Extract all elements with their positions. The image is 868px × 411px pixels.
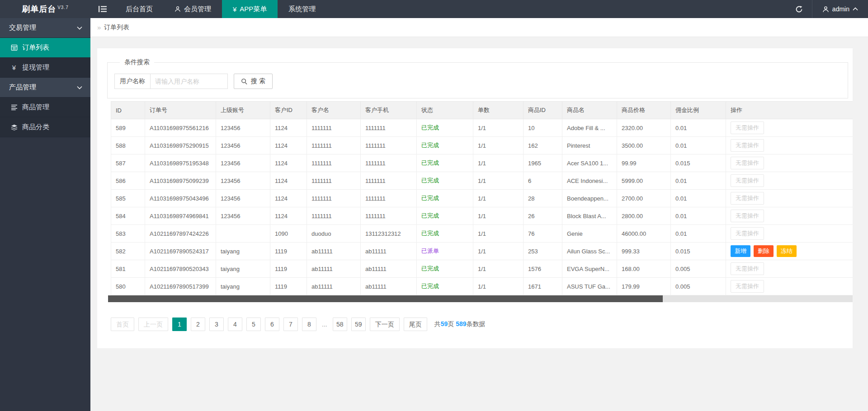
column-header: 客户手机 bbox=[361, 102, 417, 119]
table-row: 587A110316989751953481234561124111111111… bbox=[111, 154, 853, 172]
page-button-4[interactable]: 4 bbox=[228, 318, 242, 331]
pagination: 首页上一页12345678...5859下一页尾页共59页 589条数据 bbox=[111, 318, 853, 331]
nav-item-app-menu[interactable]: ¥APP菜单 bbox=[222, 0, 278, 18]
cell-count: 1/1 bbox=[473, 172, 524, 190]
app-title: 刷单后台 bbox=[22, 4, 56, 14]
page-button[interactable]: 尾页 bbox=[404, 318, 427, 331]
page-button-58[interactable]: 58 bbox=[333, 318, 347, 331]
nav-item-system[interactable]: 系统管理 bbox=[278, 0, 326, 18]
page-button-8[interactable]: 8 bbox=[302, 318, 316, 331]
cell-product-name: Pinterest bbox=[562, 137, 617, 154]
column-header: 商品ID bbox=[524, 102, 562, 119]
sidebar-item-goods[interactable]: 商品管理 bbox=[0, 98, 90, 117]
column-header: 上级账号 bbox=[216, 102, 270, 119]
no-action-button: 无需操作 bbox=[731, 280, 764, 293]
nav-item-members[interactable]: 会员管理 bbox=[164, 0, 222, 18]
cell-product-id: 162 bbox=[524, 137, 562, 154]
cell-customer-id: 1124 bbox=[270, 207, 307, 225]
sidebar-item-goods-category[interactable]: 商品分类 bbox=[0, 117, 90, 137]
horizontal-scrollbar[interactable] bbox=[108, 295, 853, 302]
cell-product-name: Genie bbox=[562, 225, 617, 243]
yen-icon: ¥ bbox=[233, 5, 236, 13]
cell-actions: 无需操作 bbox=[726, 207, 853, 225]
add-button[interactable]: 新增 bbox=[731, 245, 750, 257]
user-icon bbox=[175, 6, 181, 12]
page-button-7[interactable]: 7 bbox=[283, 318, 298, 331]
column-header: 操作 bbox=[726, 102, 853, 119]
freeze-button[interactable]: 冻结 bbox=[777, 245, 797, 257]
cell-id: 586 bbox=[111, 172, 145, 190]
chevron-down-icon bbox=[77, 26, 82, 30]
sidebar-item-order-list[interactable]: 订单列表 bbox=[0, 38, 90, 58]
cell-customer-name: 1111111 bbox=[307, 207, 361, 225]
top-nav: 后台首页会员管理¥APP菜单系统管理 bbox=[115, 0, 326, 18]
pagination-ellipsis: ... bbox=[321, 321, 329, 328]
content-area: 条件搜索 用户名称 搜 索 bbox=[90, 37, 868, 348]
cell-status: 已完成 bbox=[417, 154, 473, 172]
breadcrumb: » 订单列表 bbox=[90, 18, 868, 37]
cell-status: 已完成 bbox=[417, 207, 473, 225]
cell-product-name: Acer SA100 1... bbox=[562, 154, 617, 172]
menu-collapse-icon[interactable] bbox=[90, 0, 115, 18]
cell-commission: 0.01 bbox=[671, 119, 726, 137]
page-button-1[interactable]: 1 bbox=[172, 318, 187, 331]
status-badge: 已完成 bbox=[421, 212, 439, 219]
page-button[interactable]: 下一页 bbox=[370, 318, 400, 331]
username-input[interactable] bbox=[151, 74, 227, 89]
delete-button[interactable]: 删除 bbox=[754, 245, 774, 257]
table-row: 581A10211697890520343taiyang1119ab11111a… bbox=[111, 260, 853, 278]
sidebar-item-label: 商品分类 bbox=[22, 123, 49, 131]
cell-product-id: 1965 bbox=[524, 154, 562, 172]
search-button[interactable]: 搜 索 bbox=[234, 74, 273, 89]
user-menu[interactable]: admin bbox=[812, 0, 868, 18]
status-badge: 已完成 bbox=[421, 142, 439, 149]
cell-actions: 无需操作 bbox=[726, 154, 853, 172]
column-header: 商品价格 bbox=[617, 102, 671, 119]
app-version: V3.7 bbox=[57, 5, 69, 10]
cell-order-no: A10211697890524317 bbox=[145, 243, 216, 260]
cell-order-no: A11031698975561216 bbox=[145, 119, 216, 137]
sidebar-item-label: 商品管理 bbox=[22, 103, 49, 112]
cell-status: 已完成 bbox=[417, 225, 473, 243]
cell-customer-name: 1111111 bbox=[307, 137, 361, 154]
cell-phone: 1111111 bbox=[361, 172, 417, 190]
cell-phone: ab11111 bbox=[361, 243, 417, 260]
cell-price: 999.33 bbox=[617, 243, 671, 260]
no-action-button: 无需操作 bbox=[731, 227, 764, 240]
cell-price: 2800.00 bbox=[617, 207, 671, 225]
cell-parent: taiyang bbox=[216, 260, 270, 278]
cell-product-id: 1671 bbox=[524, 278, 562, 295]
cell-actions: 无需操作 bbox=[726, 278, 853, 295]
no-action-button: 无需操作 bbox=[731, 210, 764, 222]
cell-product-name: EVGA SuperN... bbox=[562, 260, 617, 278]
cell-id: 587 bbox=[111, 154, 145, 172]
cell-customer-id: 1119 bbox=[270, 278, 307, 295]
page-button: 首页 bbox=[111, 318, 134, 331]
cell-count: 1/1 bbox=[473, 278, 524, 295]
sidebar-item-withdraw[interactable]: ¥提现管理 bbox=[0, 58, 90, 78]
cell-product-name: Ailun Glass Sc... bbox=[562, 243, 617, 260]
sidebar-item-product-group[interactable]: 产品管理 bbox=[0, 78, 90, 98]
page-button-2[interactable]: 2 bbox=[191, 318, 205, 331]
cell-commission: 0.005 bbox=[671, 260, 726, 278]
cell-product-name: ASUS TUF Ga... bbox=[562, 278, 617, 295]
cell-order-no: A11031698975195348 bbox=[145, 154, 216, 172]
page-button-6[interactable]: 6 bbox=[265, 318, 279, 331]
nav-item-home[interactable]: 后台首页 bbox=[115, 0, 164, 18]
no-action-button: 无需操作 bbox=[731, 192, 764, 205]
order-list-card: 条件搜索 用户名称 搜 索 bbox=[97, 48, 853, 348]
table-row: 580A10211697890517399taiyang1119ab11111a… bbox=[111, 278, 853, 295]
refresh-icon[interactable] bbox=[787, 0, 812, 18]
cell-id: 585 bbox=[111, 190, 145, 207]
page-button-5[interactable]: 5 bbox=[246, 318, 261, 331]
cell-id: 580 bbox=[111, 278, 145, 295]
sidebar-item-trade-group[interactable]: 交易管理 bbox=[0, 18, 90, 38]
cell-id: 583 bbox=[111, 225, 145, 243]
page-button-59[interactable]: 59 bbox=[351, 318, 366, 331]
scrollbar-thumb[interactable] bbox=[108, 295, 663, 302]
cell-price: 179.99 bbox=[617, 278, 671, 295]
page-button-3[interactable]: 3 bbox=[209, 318, 224, 331]
cell-price: 2320.00 bbox=[617, 119, 671, 137]
cell-product-id: 26 bbox=[524, 207, 562, 225]
cell-customer-id: 1119 bbox=[270, 260, 307, 278]
